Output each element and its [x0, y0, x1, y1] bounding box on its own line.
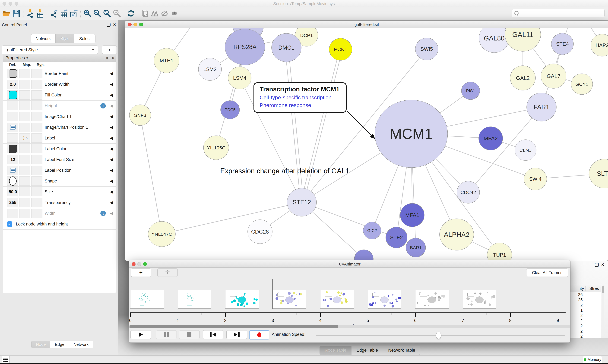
- bypass-cell[interactable]: [31, 144, 42, 153]
- keyframe-thumbnail-7[interactable]: [463, 290, 496, 308]
- property-row-height[interactable]: Heighti◀: [3, 100, 116, 111]
- default-value-cell[interactable]: 255: [7, 198, 18, 207]
- timeline[interactable]: 0123456789 Seconds: [129, 278, 570, 325]
- show-button[interactable]: [169, 8, 179, 19]
- default-value-cell[interactable]: 2.0: [7, 80, 18, 89]
- bypass-cell[interactable]: [31, 176, 42, 186]
- default-value-cell[interactable]: [7, 112, 18, 121]
- property-row-transparency[interactable]: 255Transparency◀: [3, 197, 116, 208]
- property-row-width[interactable]: Widthi◀: [3, 208, 116, 219]
- node-cdc28[interactable]: CDC28: [248, 220, 272, 244]
- tab-node[interactable]: Node: [31, 341, 50, 348]
- zoom-fit-button[interactable]: [102, 8, 112, 19]
- table-row[interactable]: 2: [570, 324, 601, 329]
- open-session-button[interactable]: [1, 8, 11, 19]
- record-button[interactable]: [249, 330, 269, 339]
- edge[interactable]: [302, 202, 397, 237]
- node-swi4[interactable]: SWI4: [524, 168, 547, 190]
- keyframe-thumbnail-2[interactable]: [225, 290, 259, 308]
- log-console-button[interactable]: [1, 356, 10, 363]
- node-gcy1[interactable]: GCY1: [571, 74, 593, 95]
- mapping-cell[interactable]: [19, 80, 30, 89]
- mapping-cell[interactable]: [19, 209, 30, 218]
- default-value-cell[interactable]: 50.0: [7, 187, 18, 196]
- node-gal2[interactable]: GAL2: [510, 66, 536, 90]
- tab-select[interactable]: Select: [74, 34, 96, 43]
- style-options-button[interactable]: ▾: [102, 45, 117, 54]
- add-frame-button[interactable]: +: [131, 269, 151, 277]
- node-mfa1[interactable]: MFA1: [400, 203, 424, 227]
- clear-all-frames-button[interactable]: Clear All Frames: [526, 269, 568, 277]
- property-row-label-color[interactable]: Label Color◀: [3, 143, 116, 154]
- import-network-button[interactable]: [25, 8, 35, 19]
- property-row-border-paint[interactable]: Border Paint◀: [3, 68, 116, 79]
- table-row[interactable]: 25: [570, 298, 601, 303]
- mapping-cell[interactable]: [19, 144, 30, 153]
- close-panel-icon[interactable]: ×: [601, 262, 604, 267]
- find-button[interactable]: [150, 8, 160, 19]
- float-panel-icon[interactable]: ▢: [106, 22, 111, 27]
- bypass-cell[interactable]: [31, 209, 42, 218]
- style-selector[interactable]: galFiltered Style ▾: [2, 45, 98, 54]
- refresh-button[interactable]: [126, 8, 136, 19]
- close-panel-icon[interactable]: ×: [113, 22, 116, 27]
- expand-row-icon[interactable]: ◀: [110, 93, 113, 97]
- annotation-box[interactable]: Transcription factor MCM1 Cell-type-spec…: [253, 82, 346, 113]
- node-far1[interactable]: FAR1: [527, 93, 556, 121]
- node-ste12[interactable]: STE12: [287, 188, 317, 216]
- default-value-cell[interactable]: [7, 144, 18, 153]
- table-row[interactable]: 2: [570, 329, 601, 334]
- info-icon[interactable]: i: [100, 211, 106, 216]
- node-lsm4[interactable]: LSM4: [228, 67, 251, 89]
- node-pck1[interactable]: PCK1: [329, 38, 352, 60]
- node-hap2[interactable]: HAP2: [591, 34, 608, 56]
- expand-row-icon[interactable]: ◀: [110, 104, 113, 108]
- lock-size-checkbox[interactable]: ✓: [7, 221, 12, 227]
- info-icon[interactable]: i: [100, 103, 106, 108]
- bypass-cell[interactable]: [31, 133, 42, 143]
- default-value-cell[interactable]: [7, 69, 18, 78]
- export-table-button[interactable]: [59, 8, 69, 19]
- tab-style[interactable]: Style: [55, 34, 74, 43]
- node-gal7[interactable]: GAL7: [541, 64, 566, 88]
- expand-row-icon[interactable]: ◀: [110, 211, 113, 216]
- export-network-button[interactable]: [49, 8, 59, 19]
- mapping-cell[interactable]: ⋮›: [19, 133, 30, 143]
- play-button[interactable]: [130, 330, 151, 339]
- timeline-scrollbar[interactable]: [129, 325, 570, 328]
- save-session-button[interactable]: [11, 8, 21, 19]
- expand-row-icon[interactable]: ◀: [110, 71, 113, 76]
- node-bar1[interactable]: BAR1: [406, 238, 426, 257]
- bypass-cell[interactable]: [31, 123, 42, 132]
- tab-edge-table[interactable]: Edge Table: [351, 346, 383, 355]
- default-value-cell[interactable]: [7, 123, 18, 132]
- export-image-button[interactable]: [69, 8, 79, 19]
- property-row-image-chart-1[interactable]: Image/Chart 1◀: [3, 111, 116, 122]
- search-input[interactable]: [520, 10, 604, 16]
- property-row-shape[interactable]: Shape◀: [3, 176, 116, 187]
- property-row-border-width[interactable]: 2.0Border Width◀: [3, 79, 116, 90]
- import-table-button[interactable]: [35, 8, 45, 19]
- default-value-cell[interactable]: [7, 166, 18, 175]
- slider-handle[interactable]: [436, 332, 441, 339]
- default-value-cell[interactable]: [7, 101, 18, 110]
- node-yil105c[interactable]: YIL105C: [204, 136, 229, 160]
- node-mth1[interactable]: MTH1: [154, 48, 179, 73]
- table-row[interactable]: 2: [570, 303, 601, 308]
- pause-button[interactable]: [156, 330, 177, 339]
- mapping-cell[interactable]: [19, 155, 30, 164]
- node-rps28a[interactable]: RPS28A: [225, 29, 265, 65]
- zoom-in-button[interactable]: [83, 8, 93, 19]
- scrollbar-thumb[interactable]: [129, 325, 338, 328]
- mapping-cell[interactable]: [19, 69, 30, 78]
- mapping-cell[interactable]: [19, 166, 30, 175]
- copy-button[interactable]: [140, 8, 150, 19]
- bypass-cell[interactable]: [31, 198, 42, 207]
- default-value-cell[interactable]: [7, 176, 18, 186]
- edge[interactable]: [288, 48, 303, 200]
- default-value-cell[interactable]: [7, 133, 18, 143]
- expand-row-icon[interactable]: ◀: [110, 82, 113, 87]
- expand-all-icon[interactable]: »: [105, 57, 110, 59]
- memory-button[interactable]: Memory: [583, 356, 602, 363]
- node-gal11[interactable]: GAL11: [505, 28, 541, 52]
